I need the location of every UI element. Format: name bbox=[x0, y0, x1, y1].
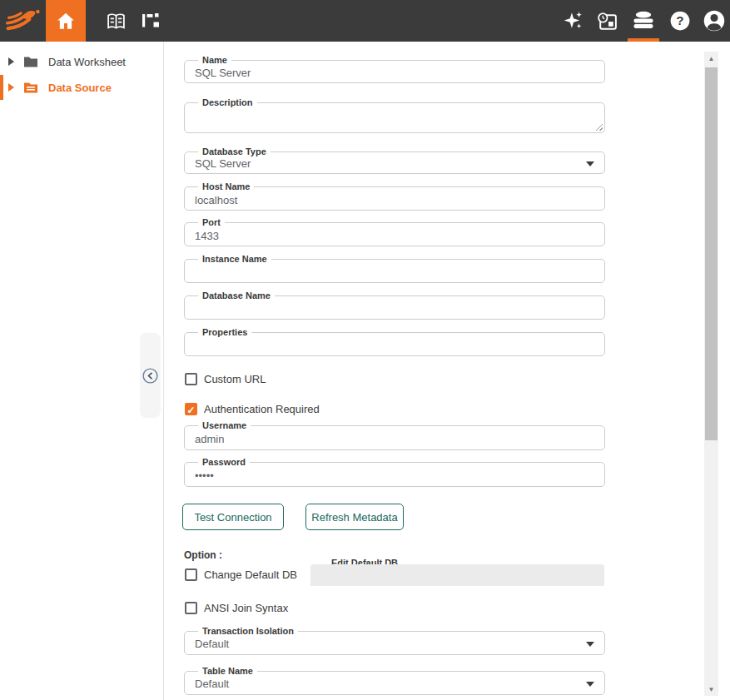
name-label: Name bbox=[198, 54, 231, 67]
database-type-label: Database Type bbox=[198, 146, 271, 158]
username-field: Username bbox=[184, 425, 605, 450]
edit-default-db-input[interactable] bbox=[310, 564, 604, 586]
scheduled-reports-button[interactable] bbox=[591, 0, 623, 42]
scrollbar-thumb[interactable] bbox=[705, 67, 718, 440]
ai-sparkle-icon bbox=[562, 10, 584, 32]
description-label: Description bbox=[198, 97, 257, 109]
transaction-isolation-label: Transaction Isolation bbox=[198, 625, 298, 638]
custom-url-label[interactable]: Custom URL bbox=[204, 373, 266, 385]
expand-caret-icon[interactable] bbox=[8, 57, 14, 66]
password-field: Password bbox=[184, 462, 605, 487]
port-field: Port bbox=[184, 222, 605, 246]
ai-assistant-button[interactable] bbox=[557, 0, 588, 42]
database-icon bbox=[633, 11, 654, 31]
port-label: Port bbox=[198, 216, 225, 229]
instance-name-label: Instance Name bbox=[198, 253, 271, 266]
help-button[interactable]: ? bbox=[664, 0, 696, 42]
database-name-label: Database Name bbox=[198, 290, 275, 302]
expand-caret-icon[interactable] bbox=[8, 83, 14, 92]
table-name-select[interactable]: Table Name Default bbox=[184, 671, 605, 695]
database-name-field: Database Name bbox=[184, 295, 605, 320]
dropdown-caret-icon bbox=[586, 642, 594, 647]
username-label: Username bbox=[198, 420, 251, 432]
worksheet-book-icon bbox=[106, 12, 127, 31]
option-section-label: Option : bbox=[184, 549, 222, 561]
ansi-join-syntax-checkbox[interactable] bbox=[185, 602, 197, 614]
help-icon: ? bbox=[669, 10, 691, 32]
folder-icon bbox=[23, 55, 38, 68]
sidebar-item-label: Data Source bbox=[48, 82, 112, 94]
brand-logo-icon bbox=[5, 5, 42, 37]
test-connection-button[interactable]: Test Connection bbox=[182, 504, 284, 530]
properties-label: Properties bbox=[198, 326, 251, 339]
change-default-db-label[interactable]: Change Default DB bbox=[204, 568, 297, 581]
account-button[interactable] bbox=[698, 0, 730, 42]
transaction-isolation-value: Default bbox=[195, 638, 229, 650]
sidebar-collapse-handle[interactable] bbox=[140, 333, 161, 418]
name-input[interactable] bbox=[185, 61, 604, 82]
authentication-required-label[interactable]: Authentication Required bbox=[204, 403, 320, 415]
scheduled-media-icon bbox=[596, 11, 618, 32]
hierarchy-icon bbox=[142, 13, 161, 28]
top-navbar: ? bbox=[0, 0, 730, 42]
data-source-nav-button[interactable] bbox=[627, 0, 660, 42]
refresh-metadata-button[interactable]: Refresh Metadata bbox=[305, 504, 404, 530]
hierarchy-button[interactable] bbox=[135, 0, 168, 42]
svg-text:?: ? bbox=[676, 13, 683, 27]
name-field: Name bbox=[184, 60, 605, 83]
data-source-form: Name Description Database Type SQL Serve… bbox=[164, 42, 730, 700]
change-default-db-checkbox[interactable] bbox=[185, 568, 197, 581]
home-button[interactable] bbox=[46, 0, 86, 42]
authentication-required-checkbox[interactable]: ✓ bbox=[185, 403, 197, 415]
database-type-value: SQL Server bbox=[195, 157, 251, 170]
worksheet-button[interactable] bbox=[97, 0, 135, 42]
sidebar-item-data-worksheet[interactable]: Data Worksheet bbox=[0, 49, 163, 74]
table-name-label: Table Name bbox=[198, 665, 257, 678]
dropdown-caret-icon bbox=[586, 682, 594, 687]
sidebar-item-data-source[interactable]: Data Source bbox=[0, 75, 163, 100]
instance-name-field: Instance Name bbox=[184, 259, 605, 283]
password-label: Password bbox=[198, 456, 250, 469]
custom-url-checkbox[interactable] bbox=[185, 373, 197, 385]
scroll-up-arrow[interactable]: ▲ bbox=[704, 52, 718, 65]
transaction-isolation-select[interactable]: Transaction Isolation Default bbox=[184, 631, 605, 655]
host-name-label: Host Name bbox=[198, 181, 254, 193]
database-type-select[interactable]: Database Type SQL Server bbox=[184, 151, 605, 174]
properties-field: Properties bbox=[184, 332, 605, 356]
home-icon bbox=[55, 11, 77, 31]
sidebar-item-label: Data Worksheet bbox=[48, 56, 126, 68]
table-name-value: Default bbox=[195, 678, 229, 690]
scroll-down-arrow[interactable]: ▼ bbox=[704, 683, 718, 696]
data-source-folder-icon bbox=[23, 81, 38, 94]
vertical-scrollbar: ▲ ▼ bbox=[704, 52, 718, 696]
description-field: Description bbox=[184, 102, 605, 133]
account-icon bbox=[703, 9, 726, 32]
active-indicator bbox=[0, 75, 3, 100]
brand-logo[interactable] bbox=[2, 0, 45, 42]
sidebar: Data Worksheet Data Source bbox=[0, 42, 164, 700]
dropdown-caret-icon bbox=[586, 161, 594, 166]
collapse-chevron-icon[interactable] bbox=[142, 368, 158, 384]
host-name-field: Host Name bbox=[184, 186, 605, 211]
ansi-join-syntax-label[interactable]: ANSI Join Syntax bbox=[204, 602, 288, 614]
port-input[interactable] bbox=[185, 223, 604, 246]
